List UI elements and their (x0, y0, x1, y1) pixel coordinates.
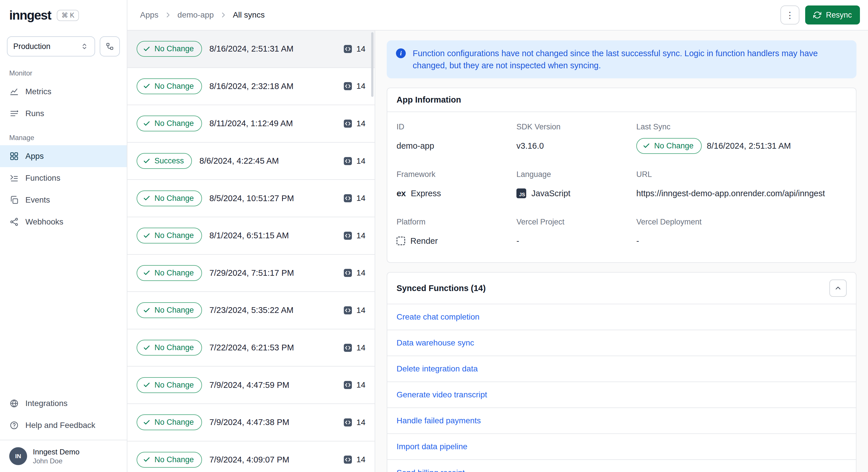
sync-timestamp: 7/22/2024, 6:21:53 PM (210, 343, 294, 352)
function-link-handle-failed-payments[interactable]: Handle failed payments (397, 416, 481, 425)
sidebar-item-apps[interactable]: Apps (0, 145, 127, 167)
function-link-import-data-pipeline[interactable]: Import data pipeline (397, 442, 467, 451)
sync-row[interactable]: No Change 7/23/2024, 5:35:22 AM 14 (127, 292, 375, 329)
sync-row[interactable]: No Change 8/5/2024, 10:51:27 PM 14 (127, 180, 375, 217)
info-field-text: Express (411, 189, 441, 198)
info-field-platform: Platform Render (397, 218, 512, 250)
sidebar-item-events[interactable]: Events (0, 189, 127, 211)
synced-functions-title: Synced Functions (14) (397, 284, 486, 293)
sync-row[interactable]: No Change 8/16/2024, 2:32:18 AM 14 (127, 68, 375, 105)
info-field-text: v3.16.0 (517, 141, 544, 151)
last-sync-status-badge: No Change (636, 138, 702, 154)
sidebar-item-webhooks[interactable]: Webhooks (0, 211, 127, 233)
refresh-icon (813, 11, 821, 19)
synced-function-count: 14 (343, 231, 365, 240)
info-field-label: SDK Version (517, 123, 632, 131)
sidebar-sections: Monitor Metrics Runs Manage Apps Functio… (0, 60, 127, 233)
function-link-row[interactable]: Send billing receipt (387, 460, 856, 472)
resync-button[interactable]: Resync (805, 5, 860, 25)
info-field-label: URL (636, 170, 847, 179)
breadcrumb-apps[interactable]: Apps (140, 10, 158, 20)
environment-tree-button[interactable] (100, 36, 120, 57)
sidebar-item-runs[interactable]: Runs (0, 102, 127, 124)
webhooks-icon (9, 217, 19, 227)
sync-row[interactable]: No Change 7/9/2024, 4:47:59 PM 14 (127, 367, 375, 404)
sync-status-badge: Success (136, 153, 192, 169)
section-label: Monitor (0, 60, 127, 81)
chart-icon (9, 87, 19, 97)
info-field-text: JavaScript (531, 189, 570, 198)
more-options-button[interactable]: ⋮ (780, 5, 799, 25)
check-icon (143, 45, 150, 53)
sidebar-item-metrics[interactable]: Metrics (0, 81, 127, 102)
help-icon (9, 420, 19, 430)
function-count-icon (343, 418, 352, 427)
chevron-up-icon (834, 284, 842, 292)
sidebar-item-help-and-feedback[interactable]: Help and Feedback (0, 414, 127, 436)
breadcrumb: Apps demo-app All syncs (140, 10, 265, 20)
sync-timestamp: 8/16/2024, 2:51:31 AM (210, 44, 293, 54)
sync-timestamp: 8/1/2024, 6:51:15 AM (210, 231, 289, 240)
sidebar-footer: Integrations Help and Feedback (0, 392, 127, 440)
info-field-sdk-version: SDK Version v3.16.0 (517, 123, 632, 154)
sync-status-badge: No Change (136, 452, 202, 468)
function-link-send-billing-receipt[interactable]: Send billing receipt (397, 468, 465, 472)
scrollbar-thumb[interactable] (371, 32, 373, 97)
function-link-row[interactable]: Create chat completion (387, 304, 856, 330)
breadcrumb-demo-app[interactable]: demo-app (178, 10, 214, 20)
function-link-generate-video-transcript[interactable]: Generate video transcript (397, 390, 487, 399)
info-field-label: Language (517, 170, 632, 179)
function-link-data-warehouse-sync[interactable]: Data warehouse sync (397, 338, 474, 348)
function-count-icon (343, 44, 352, 54)
function-count-label: 14 (356, 82, 365, 91)
environment-selector[interactable]: Production (7, 36, 95, 57)
sidebar-item-label: Functions (25, 174, 60, 183)
synced-function-count: 14 (343, 82, 365, 91)
function-count-label: 14 (356, 231, 365, 240)
info-field-value: JSJavaScript (517, 185, 632, 202)
sync-row[interactable]: No Change 8/16/2024, 2:51:31 AM 14 (127, 31, 375, 68)
sync-row[interactable]: No Change 8/11/2024, 1:12:49 AM 14 (127, 105, 375, 143)
sync-status-label: No Change (154, 82, 194, 91)
function-link-create-chat-completion[interactable]: Create chat completion (397, 312, 479, 322)
info-field-value: - (636, 232, 847, 250)
collapse-button[interactable] (829, 280, 847, 297)
synced-function-count: 14 (343, 418, 365, 427)
sync-timestamp: 8/11/2024, 1:12:49 AM (210, 119, 293, 128)
sync-row[interactable]: Success 8/6/2024, 4:22:45 AM 14 (127, 143, 375, 180)
sync-row[interactable]: No Change 7/29/2024, 7:51:17 PM 14 (127, 255, 375, 292)
user-menu[interactable]: IN Inngest Demo John Doe (0, 440, 127, 472)
function-link-row[interactable]: Handle failed payments (387, 408, 856, 434)
sync-row[interactable]: No Change 7/22/2024, 6:21:53 PM 14 (127, 329, 375, 367)
info-field-value: https://inngest-demo-app.onrender.com/ap… (636, 185, 847, 202)
sync-row[interactable]: No Change 7/9/2024, 4:47:38 PM 14 (127, 404, 375, 441)
sync-row[interactable]: No Change 7/9/2024, 4:09:07 PM 14 (127, 441, 375, 472)
sidebar-item-functions[interactable]: Functions (0, 167, 127, 189)
check-icon (143, 194, 150, 202)
sync-list: No Change 8/16/2024, 2:51:31 AM 14 No Ch… (127, 31, 375, 472)
check-icon (143, 269, 150, 277)
synced-function-count: 14 (343, 156, 365, 166)
info-icon: i (396, 49, 406, 58)
environment-row: Production (0, 31, 127, 60)
sidebar-item-integrations[interactable]: Integrations (0, 392, 127, 414)
function-link-row[interactable]: Generate video transcript (387, 382, 856, 408)
top-bar: Apps demo-app All syncs ⋮ Resync (127, 0, 868, 31)
function-link-row[interactable]: Data warehouse sync (387, 330, 856, 356)
function-link-delete-integration-data[interactable]: Delete integration data (397, 364, 478, 373)
info-field-last-sync: Last Sync No Change8/16/2024, 2:51:31 AM (636, 123, 847, 154)
info-field-id: ID demo-app (397, 123, 512, 154)
synced-function-count: 14 (343, 119, 365, 128)
app-info-grid: ID demo-app SDK Version v3.16.0 Last Syn… (387, 112, 856, 262)
check-icon (143, 381, 150, 389)
function-count-label: 14 (356, 119, 365, 128)
environment-label: Production (13, 42, 51, 51)
info-field-vercel-deployment: Vercel Deployment - (636, 218, 847, 250)
function-link-row[interactable]: Import data pipeline (387, 434, 856, 460)
sidebar-item-label: Metrics (25, 87, 51, 96)
info-field-label: Last Sync (636, 123, 847, 131)
function-link-row[interactable]: Delete integration data (387, 356, 856, 382)
info-field-value: - (517, 232, 632, 250)
sync-row[interactable]: No Change 8/1/2024, 6:51:15 AM 14 (127, 217, 375, 255)
section-items: Metrics Runs (0, 81, 127, 124)
